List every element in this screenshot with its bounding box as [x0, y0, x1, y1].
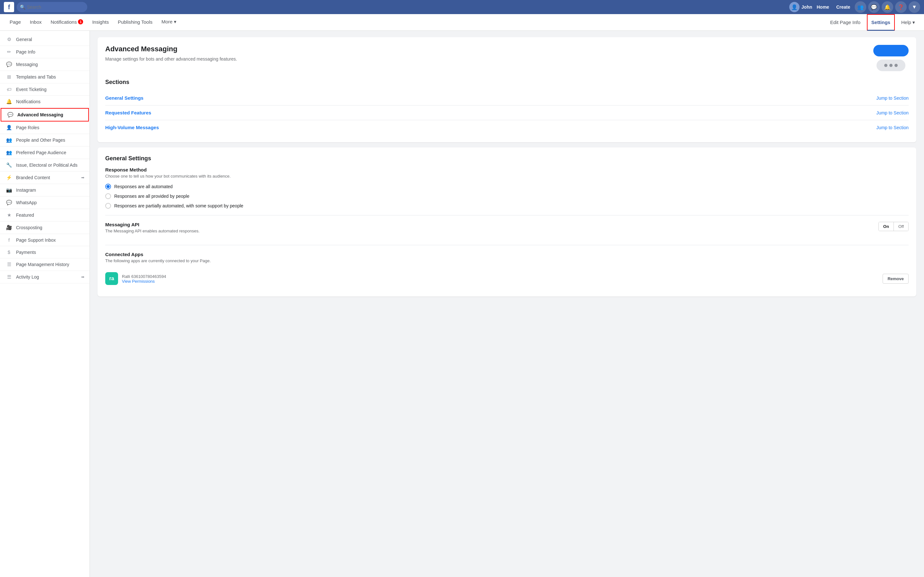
nav-item-publishing-tools[interactable]: Publishing Tools: [113, 14, 157, 31]
messenger-icon: 💬: [871, 4, 877, 10]
general-settings-card: General Settings Response Method Choose …: [97, 147, 916, 297]
username: John: [801, 5, 812, 10]
arrow-icon: ➡: [81, 175, 84, 180]
nav-item-inbox[interactable]: Inbox: [25, 14, 46, 31]
home-link[interactable]: Home: [814, 3, 832, 11]
sidebar-item-people-other-pages[interactable]: 👥 People and Other Pages: [0, 134, 89, 147]
hero-section: Advanced Messaging Manage settings for b…: [105, 45, 909, 71]
sidebar-item-whatsapp[interactable]: 💬 WhatsApp: [0, 197, 89, 209]
remove-app-button[interactable]: Remove: [883, 274, 909, 284]
jump-link-highvolume[interactable]: Jump to Section: [877, 125, 909, 130]
sidebar-label-event-ticketing: Event Ticketing: [16, 87, 47, 92]
sidebar-item-templates-tabs[interactable]: ⊞ Templates and Tabs: [0, 71, 89, 83]
divider-2: [105, 245, 909, 245]
sidebar-label-preferred-page-audience: Preferred Page Audience: [16, 150, 66, 155]
nav-item-settings[interactable]: Settings: [867, 14, 895, 31]
notifications-icon: 🔔: [884, 4, 891, 10]
sidebar-item-page-management-history[interactable]: ☰ Page Management History: [0, 258, 89, 271]
nav-item-more[interactable]: More ▾: [157, 14, 181, 31]
messaging-icon: 💬: [5, 61, 13, 67]
payments-icon: $: [5, 250, 13, 255]
nav-label-page: Page: [10, 19, 21, 25]
sidebar-item-advanced-messaging[interactable]: 💬 Advanced Messaging: [1, 108, 89, 121]
nav-label-publishing-tools: Publishing Tools: [118, 19, 152, 25]
advanced-messaging-icon: 💬: [6, 112, 14, 118]
radio-automated-inner: [107, 185, 110, 188]
sidebar-item-general[interactable]: ⚙ General: [0, 33, 89, 46]
sidebar-item-messaging[interactable]: 💬 Messaging: [0, 58, 89, 71]
radio-option-people[interactable]: Responses are all provided by people: [105, 193, 909, 199]
create-link[interactable]: Create: [834, 3, 853, 11]
user-info[interactable]: 👤 John: [789, 2, 812, 12]
facebook-logo[interactable]: f: [4, 2, 14, 12]
friends-icon-btn[interactable]: 👥: [855, 1, 866, 13]
nav-item-insights[interactable]: Insights: [87, 14, 113, 31]
messenger-icon-btn[interactable]: 💬: [868, 1, 880, 13]
nav-item-notifications[interactable]: Notifications 1: [46, 14, 88, 31]
nav-label-more: More ▾: [162, 19, 176, 25]
sidebar-label-advanced-messaging: Advanced Messaging: [17, 112, 63, 117]
page-nav-left: Page Inbox Notifications 1 Insights Publ…: [5, 14, 827, 31]
sidebar-item-featured[interactable]: ★ Featured: [0, 209, 89, 221]
sidebar-label-crossposting: Crossposting: [16, 225, 42, 230]
avatar: 👤: [789, 2, 800, 12]
page-support-icon: f: [5, 237, 13, 243]
section-link-requested[interactable]: Requested Features: [105, 110, 151, 115]
nav-item-page[interactable]: Page: [5, 14, 25, 31]
sidebar-item-crossposting[interactable]: 🎥 Crossposting: [0, 221, 89, 234]
app-info-ralli: Ralli 636100780463594 View Permissions: [122, 274, 879, 284]
instagram-icon: 📷: [5, 187, 13, 193]
sidebar-item-notifications[interactable]: 🔔 Notifications: [0, 95, 89, 108]
nav-item-help[interactable]: Help ▾: [897, 14, 919, 31]
ticket-icon: 🏷: [5, 87, 13, 92]
jump-link-requested[interactable]: Jump to Section: [877, 110, 909, 115]
top-nav-right: 👤 John Home Create 👥 💬 🔔 ❓ ▼: [789, 1, 920, 13]
sidebar-item-political-ads[interactable]: 🔧 Issue, Electoral or Political Ads: [0, 159, 89, 171]
hero-card: Advanced Messaging Manage settings for b…: [97, 37, 916, 142]
sidebar-item-page-support-inbox[interactable]: f Page Support Inbox: [0, 234, 89, 246]
messaging-api-row: Messaging API The Messaging API enables …: [105, 222, 909, 239]
sidebar-label-messaging: Messaging: [16, 62, 38, 67]
radio-label-automated: Responses are all automated: [114, 184, 173, 189]
messaging-api-toggle[interactable]: On Off: [879, 222, 909, 231]
nav-label-inbox: Inbox: [30, 19, 42, 25]
section-link-highvolume[interactable]: High-Volume Messages: [105, 125, 159, 130]
toggle-on-button[interactable]: On: [879, 222, 894, 231]
app-row-ralli: ra Ralli 636100780463594 View Permission…: [105, 268, 909, 289]
dot-3: [895, 64, 898, 67]
grid-icon: ⊞: [5, 74, 13, 80]
pencil-icon: ✏: [5, 49, 13, 55]
sidebar-item-event-ticketing[interactable]: 🏷 Event Ticketing: [0, 83, 89, 95]
sidebar-label-instagram: Instagram: [16, 187, 36, 193]
sidebar-item-instagram[interactable]: 📷 Instagram: [0, 184, 89, 197]
main-content: Advanced Messaging Manage settings for b…: [90, 31, 924, 577]
hero-title: Advanced Messaging: [105, 45, 867, 53]
search-input[interactable]: [17, 2, 87, 12]
chevron-down-icon-btn[interactable]: ▼: [909, 1, 920, 13]
jump-link-general[interactable]: Jump to Section: [877, 95, 909, 101]
dot-1: [884, 64, 887, 67]
messaging-api-description: The Messaging API enables automated resp…: [105, 229, 873, 234]
sidebar-label-page-info: Page Info: [16, 49, 35, 55]
sidebar-item-activity-log[interactable]: ☰ Activity Log ➡: [0, 271, 89, 284]
section-link-general[interactable]: General Settings: [105, 95, 144, 101]
response-method-label: Response Method: [105, 167, 909, 172]
notifications-icon-btn[interactable]: 🔔: [882, 1, 893, 13]
sidebar-item-payments[interactable]: $ Payments: [0, 246, 89, 258]
toggle-off-button[interactable]: Off: [894, 222, 908, 231]
radio-option-partially[interactable]: Responses are partially automated, with …: [105, 203, 909, 209]
sidebar-item-page-roles[interactable]: 👤 Page Roles: [0, 121, 89, 134]
crossposting-icon: 🎥: [5, 225, 13, 230]
radio-option-automated[interactable]: Responses are all automated: [105, 184, 909, 189]
view-permissions-link[interactable]: View Permissions: [122, 279, 879, 284]
hero-blue-pill: [873, 45, 909, 56]
help-icon-btn[interactable]: ❓: [895, 1, 907, 13]
section-row-requested: Requested Features Jump to Section: [105, 105, 909, 120]
search-icon: 🔍: [20, 5, 25, 10]
sidebar-label-activity-log: Activity Log: [16, 274, 39, 279]
sidebar-item-preferred-page-audience[interactable]: 👥 Preferred Page Audience: [0, 147, 89, 159]
radio-people-outer: [105, 193, 111, 199]
nav-item-edit-page-info[interactable]: Edit Page Info: [827, 14, 864, 31]
sidebar-item-page-info[interactable]: ✏ Page Info: [0, 46, 89, 58]
sidebar-item-branded-content[interactable]: ⚡ Branded Content ➡: [0, 171, 89, 184]
